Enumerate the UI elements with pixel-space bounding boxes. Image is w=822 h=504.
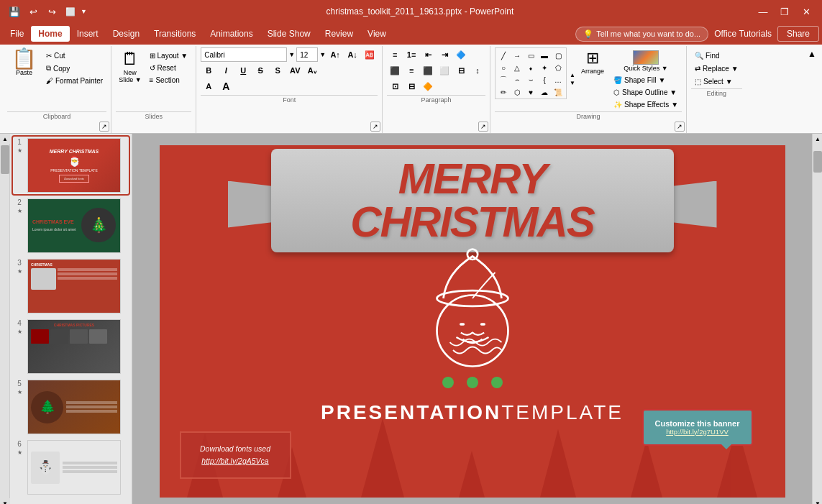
shape-outline-button[interactable]: ⬡ Shape Outline ▼ xyxy=(610,87,682,98)
customize-qat-icon[interactable]: ▼ xyxy=(81,8,87,15)
scroll-down-button[interactable]: ▼ xyxy=(0,498,10,504)
align-left-button[interactable]: ⬛ xyxy=(387,63,403,78)
line-spacing-button[interactable]: ↕ xyxy=(470,63,485,78)
shape-curved2[interactable]: ⌢ xyxy=(511,74,524,86)
menu-item-design[interactable]: Design xyxy=(106,26,147,42)
cut-button[interactable]: ✂Cut xyxy=(42,50,106,61)
layout-button[interactable]: ⊞Layout ▼ xyxy=(146,50,192,61)
slide-thumb-5[interactable]: 5 ★ 🌲 xyxy=(13,378,129,436)
convert-smartart-button[interactable]: 🔶 xyxy=(420,79,436,93)
copy-button[interactable]: ⧉Copy xyxy=(42,63,106,74)
shape-effects-button[interactable]: ✨ Shape Effects ▼ xyxy=(610,99,682,110)
shape-triangle[interactable]: △ xyxy=(511,62,524,73)
collapse-ribbon-button[interactable]: ▲ xyxy=(808,46,822,133)
slide-thumb-2[interactable]: 2 ★ CHRISTMAS EVE Lorem ipsum dolor sit … xyxy=(13,197,129,255)
decrease-indent-button[interactable]: ⇤ xyxy=(420,47,436,62)
share-button[interactable]: Share xyxy=(777,26,819,42)
shape-ellipse[interactable]: ○ xyxy=(497,62,510,73)
close-button[interactable]: ✕ xyxy=(796,3,816,20)
underline-button[interactable]: U xyxy=(235,63,251,78)
menu-item-slideshow[interactable]: Slide Show xyxy=(260,26,318,42)
presentation-icon[interactable]: ⬜ xyxy=(62,3,79,20)
shape-round-rect[interactable]: ▢ xyxy=(552,50,565,61)
numbering-button[interactable]: 1≡ xyxy=(403,47,419,62)
justify-button[interactable]: ⬜ xyxy=(437,63,452,78)
scroll-down-btn[interactable]: ▼ xyxy=(813,498,822,504)
save-icon[interactable]: 💾 xyxy=(6,3,23,20)
bold-button[interactable]: B xyxy=(201,63,216,78)
maximize-button[interactable]: ❐ xyxy=(775,3,795,20)
shadow-button[interactable]: S xyxy=(270,63,286,78)
columns-button[interactable]: ⊟ xyxy=(453,63,469,78)
scroll-up-button[interactable]: ▲ xyxy=(0,134,10,144)
slide-canvas[interactable]: MERRY CHRISTMAS xyxy=(160,145,785,498)
shape-custom2[interactable]: ⌣ xyxy=(524,74,537,86)
shape-arrow-up[interactable]: ⬧ xyxy=(524,62,537,73)
shape-curved1[interactable]: ⌒ xyxy=(497,74,510,86)
slide-thumb-1[interactable]: 1 ★ MERRY CHRISTMAS 🎅 PRESENTATION TEMPL… xyxy=(13,137,129,194)
shape-scroll[interactable]: 📜 xyxy=(552,86,565,98)
menu-item-review[interactable]: Review xyxy=(318,26,360,42)
align-center-button[interactable]: ≡ xyxy=(403,63,419,78)
minimize-button[interactable]: — xyxy=(753,3,773,20)
clipboard-expand-icon[interactable]: ↗ xyxy=(99,122,109,132)
shapes-scroll-icon[interactable]: ▲▼ xyxy=(570,47,575,110)
shape-arrow-right[interactable]: → xyxy=(511,50,524,61)
slide-thumb-4[interactable]: 4 ★ CHRISTMAS PICTURES xyxy=(13,318,129,375)
tell-me-input[interactable]: 💡 Tell me what you want to do... xyxy=(575,27,708,42)
shape-star[interactable]: ✦ xyxy=(538,62,551,73)
text-direction-button[interactable]: ⊡ xyxy=(387,79,403,93)
office-tutorials-link[interactable]: Office Tutorials xyxy=(714,29,772,39)
menu-item-view[interactable]: View xyxy=(360,26,393,42)
scroll-thumb[interactable] xyxy=(813,151,822,173)
smart-art-button[interactable]: 🔷 xyxy=(453,47,469,62)
left-scroll-thumb[interactable] xyxy=(1,145,9,174)
shape-freehand[interactable]: ✏ xyxy=(497,86,510,98)
menu-item-animations[interactable]: Animations xyxy=(203,26,260,42)
shape-custom1[interactable]: ⬠ xyxy=(552,62,565,73)
scroll-up-btn[interactable]: ▲ xyxy=(813,134,822,144)
char-spacing-button[interactable]: Aᵥ xyxy=(304,63,320,78)
shape-rect-fill[interactable]: ▬ xyxy=(538,50,551,61)
section-button[interactable]: ≡Section xyxy=(146,75,192,86)
font-size-input[interactable] xyxy=(296,47,318,62)
font-color-button[interactable]: A xyxy=(201,79,216,93)
reset-button[interactable]: ↺Reset xyxy=(146,63,192,73)
align-right-button[interactable]: ⬛ xyxy=(420,63,436,78)
redo-icon[interactable]: ↪ xyxy=(43,3,60,20)
strikethrough-button[interactable]: S xyxy=(252,63,268,78)
shape-rect[interactable]: ▭ xyxy=(524,50,537,61)
spacing-button[interactable]: AV xyxy=(287,63,303,78)
shape-cloud[interactable]: ☁ xyxy=(538,86,551,98)
menu-item-transitions[interactable]: Transitions xyxy=(147,26,203,42)
drawing-expand-icon[interactable]: ↗ xyxy=(675,122,685,132)
font-name-dropdown-icon[interactable]: ▼ xyxy=(288,51,295,58)
shape-brace[interactable]: { xyxy=(538,74,551,86)
shape-fill-button[interactable]: 🪣 Shape Fill ▼ xyxy=(610,75,682,86)
menu-item-home[interactable]: Home xyxy=(31,26,69,42)
format-painter-button[interactable]: 🖌Format Painter xyxy=(42,75,106,86)
clear-format-button[interactable]: 🆎 xyxy=(362,47,378,62)
font-expand-icon[interactable]: ↗ xyxy=(370,122,380,132)
select-button[interactable]: ⬚ Select ▼ xyxy=(691,76,742,87)
shape-heart[interactable]: ♥ xyxy=(524,86,537,98)
quick-styles-button[interactable]: Quick Styles ▼ xyxy=(610,49,682,73)
menu-item-file[interactable]: File xyxy=(3,26,31,42)
slide-thumb-6[interactable]: 6 ★ ⛄ xyxy=(13,439,129,496)
customize-bubble[interactable]: Customize this banner http://bit.ly/2g7U… xyxy=(642,409,753,446)
font-name-input[interactable] xyxy=(201,47,287,62)
menu-item-insert[interactable]: Insert xyxy=(70,26,106,42)
decrease-font-button[interactable]: A↓ xyxy=(344,47,360,62)
increase-font-button[interactable]: A↑ xyxy=(327,47,343,62)
customize-link[interactable]: http://bit.ly/2g7U1VV xyxy=(655,428,740,436)
shape-polygon[interactable]: ⬡ xyxy=(511,86,524,98)
paragraph-expand-icon[interactable]: ↗ xyxy=(478,122,488,132)
highlight-button[interactable]: A xyxy=(218,79,234,93)
increase-indent-button[interactable]: ⇥ xyxy=(437,47,452,62)
italic-button[interactable]: I xyxy=(218,63,234,78)
replace-button[interactable]: ⇄ Replace ▼ xyxy=(691,63,742,74)
undo-icon[interactable]: ↩ xyxy=(24,3,42,20)
align-text-button[interactable]: ⊟ xyxy=(403,79,419,93)
download-box[interactable]: Download fonts usedhttp://bit.ly/2gA5Vca xyxy=(180,431,291,479)
shape-more[interactable]: … xyxy=(552,74,565,86)
